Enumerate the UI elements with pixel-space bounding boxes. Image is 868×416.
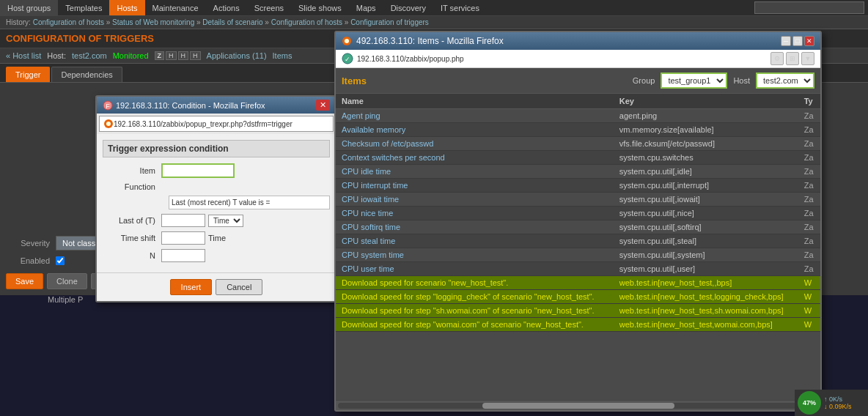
- item-name-link[interactable]: CPU steal time: [342, 237, 395, 245]
- condition-dialog-title: 192.168.3.110: Condition - Mozilla Firef…: [116, 101, 316, 110]
- item-name-link[interactable]: CPU iowait time: [342, 195, 399, 204]
- item-input[interactable]: [161, 163, 235, 178]
- item-key-cell: system.cpu.switches: [614, 151, 798, 165]
- item-name-cell[interactable]: Download speed for scenario "new_host_te…: [336, 276, 614, 290]
- breadcrumb-link-5[interactable]: Configuration of triggers: [350, 18, 429, 26]
- item-name-cell[interactable]: CPU nice time: [336, 207, 614, 220]
- item-name-link[interactable]: Agent ping: [342, 111, 380, 120]
- item-name-link[interactable]: CPU user time: [342, 264, 394, 273]
- table-row[interactable]: CPU iowait time system.cpu.util[,iowait]…: [336, 193, 820, 207]
- breadcrumb-link-1[interactable]: Configuration of hosts: [33, 18, 104, 26]
- item-type-cell: Za: [798, 137, 820, 151]
- item-name-cell[interactable]: Download speed for step "womai.com" of s…: [336, 318, 614, 332]
- applications-link[interactable]: Applications (11): [207, 51, 267, 60]
- item-name-cell[interactable]: CPU softirq time: [336, 220, 614, 234]
- item-name-link[interactable]: Download speed for step "sh.womai.com" o…: [342, 306, 595, 315]
- insert-button[interactable]: Insert: [170, 279, 213, 295]
- col-key-header: Key: [614, 94, 798, 109]
- nav-item-templates[interactable]: Templates: [58, 0, 109, 15]
- item-name-link[interactable]: Download speed for scenario "new_host_te…: [342, 278, 508, 287]
- item-name-cell[interactable]: Available memory: [336, 123, 614, 137]
- item-name-link[interactable]: CPU idle time: [342, 167, 391, 176]
- n-input[interactable]: 0: [161, 249, 205, 262]
- item-name-link[interactable]: CPU system time: [342, 250, 404, 259]
- table-row[interactable]: CPU nice time system.cpu.util[,nice] Za: [336, 207, 820, 220]
- time-select[interactable]: Time s m: [208, 215, 243, 227]
- table-row[interactable]: Context switches per second system.cpu.s…: [336, 151, 820, 165]
- item-name-link[interactable]: CPU nice time: [342, 209, 393, 218]
- condition-dialog-close-btn[interactable]: ✕: [316, 100, 330, 111]
- condition-cancel-button[interactable]: Cancel: [216, 279, 262, 295]
- nav-item-maps[interactable]: Maps: [349, 0, 383, 15]
- table-row[interactable]: CPU interrupt time system.cpu.util[,inte…: [336, 179, 820, 193]
- table-row[interactable]: Download speed for step "sh.womai.com" o…: [336, 304, 820, 318]
- breadcrumb-link-3[interactable]: Details of scenario: [202, 18, 262, 26]
- minimize-button[interactable]: ─: [781, 36, 791, 46]
- item-name-link[interactable]: CPU softirq time: [342, 223, 400, 231]
- items-table-container[interactable]: Name Key Ty Agent ping agent.ping Za Ava…: [336, 94, 820, 400]
- scrollbar-thumb[interactable]: [482, 403, 674, 409]
- popup-close-button[interactable]: ✕: [804, 36, 814, 46]
- host-name-link[interactable]: test2.com: [72, 51, 107, 60]
- item-name-link[interactable]: Context switches per second: [342, 153, 445, 162]
- nav-item-maintenance[interactable]: Maintenance: [145, 0, 206, 15]
- item-name-cell[interactable]: CPU idle time: [336, 165, 614, 179]
- item-name-cell[interactable]: CPU steal time: [336, 234, 614, 248]
- item-name-cell[interactable]: Checksum of /etc/passwd: [336, 137, 614, 151]
- save-button[interactable]: Save: [6, 273, 43, 289]
- tab-dependencies[interactable]: Dependencies: [51, 67, 122, 82]
- item-name-link[interactable]: Download speed for step "womai.com" of s…: [342, 320, 584, 329]
- search-input[interactable]: [754, 1, 864, 14]
- item-name-cell[interactable]: CPU iowait time: [336, 193, 614, 207]
- popup-url-action-2[interactable]: ⊞: [786, 52, 799, 65]
- table-row[interactable]: Download speed for scenario "new_host_te…: [336, 276, 820, 290]
- table-row[interactable]: CPU idle time system.cpu.util[,idle] Za: [336, 165, 820, 179]
- nav-item-discovery[interactable]: Discovery: [383, 0, 433, 15]
- item-name-cell[interactable]: CPU user time: [336, 262, 614, 276]
- condition-dialog-titlebar: F 192.168.3.110: Condition - Mozilla Fir…: [97, 97, 336, 114]
- table-row[interactable]: CPU softirq time system.cpu.util[,softir…: [336, 220, 820, 234]
- items-link[interactable]: Items: [273, 51, 293, 60]
- breadcrumb-link-2[interactable]: Status of Web monitoring: [112, 18, 194, 26]
- nav-item-hosts[interactable]: Hosts: [109, 0, 144, 15]
- last-of-input[interactable]: 0: [161, 214, 205, 227]
- item-name-link[interactable]: Available memory: [342, 125, 405, 134]
- table-row[interactable]: Download speed for step "logging_check" …: [336, 290, 820, 304]
- items-group-select[interactable]: test_group1: [661, 73, 727, 89]
- table-row[interactable]: Download speed for step "womai.com" of s…: [336, 318, 820, 332]
- item-name-cell[interactable]: Context switches per second: [336, 151, 614, 165]
- time-shift-input[interactable]: [161, 231, 205, 245]
- table-row[interactable]: Agent ping agent.ping Za: [336, 109, 820, 123]
- upload-speed: ↑ 0K/s: [824, 395, 852, 403]
- nav-item-host-groups[interactable]: Host groups: [0, 0, 58, 15]
- popup-url-action-1[interactable]: ⚙: [770, 52, 784, 65]
- popup-url-action-3[interactable]: ▼: [801, 52, 814, 65]
- nav-item-screens[interactable]: Screens: [247, 0, 291, 15]
- items-horizontal-scrollbar[interactable]: [336, 400, 820, 410]
- table-row[interactable]: CPU system time system.cpu.util[,system]…: [336, 248, 820, 262]
- breadcrumb-link-4[interactable]: Configuration of hosts: [271, 18, 342, 26]
- table-row[interactable]: Checksum of /etc/passwd vfs.file.cksum[/…: [336, 137, 820, 151]
- item-name-link[interactable]: CPU interrupt time: [342, 181, 408, 190]
- item-name-link[interactable]: Checksum of /etc/passwd: [342, 139, 433, 148]
- enabled-checkbox[interactable]: [56, 256, 65, 265]
- item-name-cell[interactable]: CPU system time: [336, 248, 614, 262]
- table-row[interactable]: Available memory vm.memory.size[availabl…: [336, 123, 820, 137]
- clone-button[interactable]: Clone: [47, 273, 87, 289]
- item-name-link[interactable]: Download speed for step "logging_check" …: [342, 292, 595, 301]
- n-row: N 0: [103, 249, 330, 262]
- items-host-select[interactable]: test2.com: [756, 73, 814, 89]
- maximize-button[interactable]: □: [792, 36, 803, 46]
- table-row[interactable]: CPU user time system.cpu.util[,user] Za: [336, 262, 820, 276]
- nav-item-actions[interactable]: Actions: [206, 0, 247, 15]
- nav-item-it-services[interactable]: IT services: [433, 0, 487, 15]
- tab-trigger[interactable]: Trigger: [6, 67, 50, 82]
- table-row[interactable]: CPU steal time system.cpu.util[,steal] Z…: [336, 234, 820, 248]
- item-name-cell[interactable]: Download speed for step "logging_check" …: [336, 290, 614, 304]
- item-name-cell[interactable]: CPU interrupt time: [336, 179, 614, 193]
- item-name-cell[interactable]: Agent ping: [336, 109, 614, 123]
- host-list-link[interactable]: « Host list: [6, 51, 41, 60]
- item-name-cell[interactable]: Download speed for step "sh.womai.com" o…: [336, 304, 614, 318]
- nav-item-slideshows[interactable]: Slide shows: [291, 0, 349, 15]
- svg-point-3: [106, 122, 111, 126]
